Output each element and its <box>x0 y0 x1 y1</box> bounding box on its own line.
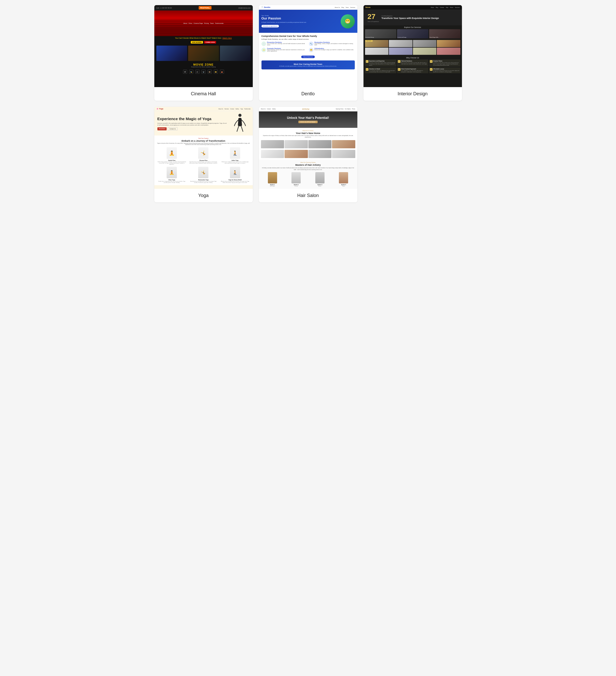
interior-why-item-6: 6 Affordable Luxury Exceptional design d… <box>429 67 460 73</box>
yoga-pose-desc-2: Dynamic forms of spiritual yoga, encoura… <box>189 161 218 164</box>
cinema-logo: FESTIVAL <box>199 6 211 9</box>
salon-team-desc: At Artistry, we take immense pride in ou… <box>261 167 355 171</box>
movie-card-1 <box>156 46 187 61</box>
salon-gallery-img-1 <box>261 140 284 148</box>
dentlo-nav-links: About Us Blog Team Services <box>335 7 355 8</box>
yoga-pose-img-6: 🧎 <box>230 167 240 178</box>
salon-nav-hours: Opening Times <box>336 108 344 110</box>
cinema-icon-4: 📽️ <box>202 70 206 74</box>
interior-why-name-6: Affordable Luxury <box>433 68 460 70</box>
salon-gallery-img-7 <box>308 150 332 158</box>
salon-nav: About Us Contact Gallery Artistry Openin… <box>259 107 357 111</box>
cinema-nav: Call: +1 234 567 89 90 FESTIVAL info@cin… <box>154 5 253 10</box>
interior-service-label-1: Residential Design <box>366 37 374 38</box>
dentlo-hero-text: Your Smile Our Passion At Bright Smile D… <box>261 15 339 28</box>
yoga-hero: Experience the Magic of Yoga Immerse you… <box>154 111 253 135</box>
dentlo-service-icon-4: 😁 <box>309 48 313 52</box>
dentlo-nav-link-2: Blog <box>342 7 344 8</box>
yoga-transform-tag: Find Your Feature <box>157 137 250 139</box>
dentlo-service-icon-3: ✨ <box>261 48 266 52</box>
card-hair-salon[interactable]: About Us Contact Gallery Artistry Openin… <box>259 107 357 203</box>
salon-nav-logo: Artistry <box>302 108 309 110</box>
yoga-transform-title: Embark on a Journey of Transformation <box>157 139 250 142</box>
dentlo-cta-title: Meet Our Caring Dental Team <box>264 63 352 65</box>
yoga-hero-title: Experience the Magic of Yoga <box>157 116 228 121</box>
dentlo-service-3: ✨ Cosmetic Dentistry Teeth whitening, ve… <box>261 48 307 52</box>
card-dentlo[interactable]: 🦷 Dentlo About Us Blog Team Services You… <box>259 5 357 101</box>
yoga-preview: 🌸 Yoga About Us Services Contact Gallery… <box>154 107 253 189</box>
card-cinema-hall[interactable]: Call: +1 234 567 89 90 FESTIVAL info@cin… <box>154 5 253 101</box>
dentlo-service-text-3: Cosmetic Dentistry Teeth whitening, vene… <box>267 48 307 52</box>
dentlo-service-desc-3: Teeth whitening, veneers and smile makeo… <box>267 49 307 52</box>
card-yoga[interactable]: 🌸 Yoga About Us Services Contact Gallery… <box>154 107 253 203</box>
salon-hero-btn: BOOK AN APPOINTMENT <box>298 121 318 123</box>
cinema-icon-5: 🎞️ <box>208 70 212 74</box>
interior-service-card-2: Commercial Design <box>397 29 428 39</box>
cinema-icon-3: 🎥 <box>195 70 199 74</box>
now-showing-btn: NOW SHOWING <box>191 41 203 44</box>
svg-point-0 <box>239 114 242 117</box>
cinema-nav-right: info@cinema.com <box>238 7 250 9</box>
yoga-contact-btn: Contact Us <box>168 127 177 130</box>
interior-hero-number: 27 <box>368 12 379 21</box>
interior-gallery-item-4 <box>437 40 460 47</box>
cinema-icon-6: 🎫 <box>214 70 218 74</box>
dentlo-service-4: 😁 Orthodontics Braces and Invisalign to … <box>309 48 355 52</box>
yoga-nav-contact: Contact <box>230 108 234 110</box>
salon-member-role-4: Stylist <box>332 185 355 187</box>
yoga-pose-desc-1: Gentle Yoga provides a relaxing, low-imp… <box>157 161 187 165</box>
salon-gallery-img-3 <box>308 140 332 148</box>
salon-nav-gallery: Gallery <box>272 108 276 110</box>
cinema-main-title: MOVIE ZONE <box>155 63 252 66</box>
interior-service-card-3: Virtual Stage & Mix... <box>429 29 460 39</box>
cinema-nav-left: Call: +1 234 567 89 90 <box>156 7 172 9</box>
dentlo-service-desc-1: Your #1 whole care, cleanings, and oral … <box>267 43 307 46</box>
interior-nav: Nova About Blog Contact Help Home Servic… <box>363 5 462 9</box>
dentlo-hero-btn: Schedule an appointment <box>261 25 279 27</box>
interior-why-item-3: 3 Creative Vision Creativity is at the h… <box>429 59 460 67</box>
interior-hero-left: 27 Years of Experience <box>368 12 379 22</box>
salon-nav-prices: Prices <box>352 108 355 110</box>
yoga-label: Yoga <box>154 189 253 203</box>
dentlo-cta: Meet Our Caring Dental Team At Dentlo, w… <box>261 60 355 69</box>
cinema-hero-text: About Films Cinema Page Pricing Team Tes… <box>182 21 224 25</box>
salon-home-title: Your Hair's New Home <box>261 132 355 134</box>
interior-why-item-5: 5 Client Centred Approach Your satisfact… <box>397 67 428 73</box>
cinema-preview: Call: +1 234 567 89 90 FESTIVAL info@cin… <box>154 5 253 87</box>
interior-gallery-item-8 <box>437 48 460 55</box>
interior-gallery-item-3 <box>413 40 437 47</box>
salon-nav-left-links: About Us Contact Gallery <box>261 108 276 110</box>
interior-nav-help: Help <box>446 7 448 8</box>
interior-why-name-2: Tailored Solutions <box>401 60 427 62</box>
dentlo-view-all-wrap: View all Services <box>261 54 355 58</box>
cinema-icon-2: 🎭 <box>189 70 193 74</box>
interior-service-label-3: Virtual Stage & Mix... <box>430 37 439 38</box>
interior-label: Interior Design <box>363 87 462 101</box>
salon-gallery-img-5 <box>261 150 284 158</box>
dentlo-view-all-btn: View all Services <box>301 56 315 58</box>
card-interior-design[interactable]: Nova About Blog Contact Help Home Servic… <box>363 5 462 101</box>
dentlo-service-2: 🔧 Restorative Dentistry Dental fillings,… <box>309 42 355 46</box>
interior-why-num-6: 6 <box>430 68 432 71</box>
yoga-pose-desc-5: Beneficial forms of yoga that are best f… <box>189 181 218 183</box>
cinema-hero: About Films Cinema Page Pricing Team Tes… <box>154 10 253 36</box>
salon-nav-right-links: Opening Times Our Stylists Prices <box>336 108 355 110</box>
interior-services-title: Explore Our Services <box>363 25 462 29</box>
interior-why-title: Why Choose Us <box>363 56 462 59</box>
dentlo-services-section: Comprehensive Dental Care for Your Whole… <box>259 33 357 60</box>
interior-nav-services: Services <box>455 7 460 8</box>
interior-why-text-3: Creative Vision Creativity is at the hea… <box>433 60 460 66</box>
interior-hero-text: Unveiling Elegance Transform Your Space … <box>381 15 439 20</box>
interior-nav-blog: Blog <box>435 7 438 8</box>
yoga-pose-3: 🧎 Hatha Yoga Holistic form of physical y… <box>220 147 250 165</box>
salon-gallery-row2 <box>259 150 357 160</box>
salon-member-4: Stylist 4 Stylist <box>332 172 355 187</box>
interior-why-grid: 1 Experience and Expertise Our team of s… <box>363 59 462 74</box>
salon-label: Hair Salon <box>259 189 357 203</box>
yoga-nav-gallery: Gallery <box>235 108 239 110</box>
salon-gallery-img-8 <box>332 150 355 158</box>
cinema-subtitle: Experience the Most realistic Rating <box>155 66 252 68</box>
yoga-transform-section: Find Your Feature Embark on a Journey of… <box>154 135 253 185</box>
interior-why-num-5: 5 <box>398 68 400 71</box>
yoga-nav-logo: 🌸 Yoga <box>156 108 163 110</box>
